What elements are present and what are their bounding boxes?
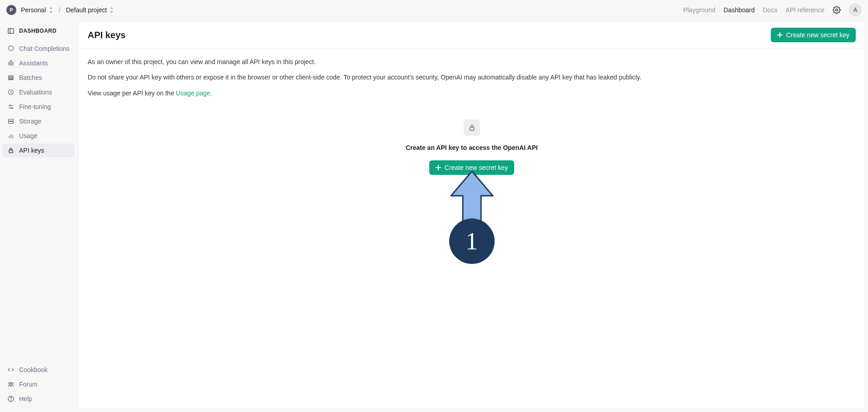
annotation-step-circle: 1 bbox=[449, 218, 495, 264]
sidebar-item-chat-completions[interactable]: Chat Completions bbox=[3, 42, 74, 55]
nav-docs[interactable]: Docs bbox=[763, 6, 777, 14]
database-icon bbox=[7, 118, 15, 125]
svg-point-5 bbox=[10, 63, 10, 64]
sidebar-item-label: API keys bbox=[19, 147, 44, 154]
nav-api-reference[interactable]: API reference bbox=[785, 6, 824, 14]
svg-point-26 bbox=[10, 400, 11, 401]
sidebar-item-label: Assistants bbox=[19, 60, 48, 67]
create-secret-key-button-center[interactable]: Create new secret key bbox=[429, 160, 514, 175]
org-switcher[interactable]: Personal bbox=[21, 6, 53, 14]
svg-rect-11 bbox=[9, 79, 14, 79]
svg-point-8 bbox=[10, 60, 11, 60]
sidebar-item-fine-tuning[interactable]: Fine-tuning bbox=[3, 100, 74, 114]
svg-rect-27 bbox=[470, 127, 474, 130]
empty-state-icon-box bbox=[464, 119, 480, 136]
robot-icon bbox=[7, 60, 15, 67]
sidebar-item-label: Help bbox=[19, 395, 32, 402]
lock-icon bbox=[7, 147, 15, 154]
breadcrumb-separator: / bbox=[59, 6, 60, 14]
create-button-label: Create new secret key bbox=[445, 164, 508, 171]
help-icon bbox=[7, 395, 15, 402]
people-icon bbox=[7, 381, 15, 388]
project-switcher[interactable]: Default project bbox=[66, 6, 114, 14]
sidebar: DASHBOARD Chat Completions Assistants Ba… bbox=[0, 20, 77, 412]
panel-icon bbox=[7, 27, 15, 35]
svg-rect-18 bbox=[9, 122, 14, 124]
sidebar-item-label: Fine-tuning bbox=[19, 103, 51, 110]
plus-icon bbox=[777, 32, 783, 38]
sidebar-item-assistants[interactable]: Assistants bbox=[3, 56, 74, 70]
sidebar-header[interactable]: DASHBOARD bbox=[3, 24, 74, 38]
svg-point-15 bbox=[10, 105, 11, 106]
sidebar-item-help[interactable]: Help bbox=[3, 392, 74, 406]
sidebar-item-label: Evaluations bbox=[19, 89, 52, 96]
sidebar-header-label: DASHBOARD bbox=[19, 28, 56, 34]
sidebar-item-label: Forum bbox=[19, 381, 37, 388]
annotation-step-number: 1 bbox=[466, 223, 478, 259]
nav-playground[interactable]: Playground bbox=[683, 6, 715, 14]
svg-rect-1 bbox=[8, 29, 14, 34]
svg-point-23 bbox=[9, 382, 10, 384]
intro-paragraph-3: View usage per API key on the Usage page… bbox=[88, 89, 856, 98]
target-icon bbox=[7, 89, 15, 96]
nav-dashboard[interactable]: Dashboard bbox=[724, 6, 755, 14]
updown-caret-icon bbox=[109, 7, 114, 13]
sidebar-item-evaluations[interactable]: Evaluations bbox=[3, 85, 74, 99]
main-body: As an owner of this project, you can vie… bbox=[79, 49, 865, 183]
code-icon bbox=[7, 366, 15, 373]
sidebar-item-api-keys[interactable]: API keys bbox=[3, 144, 74, 157]
tutorial-annotation: 1 bbox=[449, 170, 495, 264]
sidebar-item-usage[interactable]: Usage bbox=[3, 129, 74, 143]
bar-chart-icon bbox=[7, 132, 15, 139]
sidebar-nav: Chat Completions Assistants Batches Eval… bbox=[3, 42, 74, 157]
sidebar-item-label: Cookbook bbox=[19, 366, 48, 373]
sidebar-item-cookbook[interactable]: Cookbook bbox=[3, 363, 74, 377]
intro-paragraph-1: As an owner of this project, you can vie… bbox=[88, 57, 856, 66]
sidebar-item-storage[interactable]: Storage bbox=[3, 114, 74, 128]
chat-icon bbox=[7, 45, 15, 52]
create-button-label: Create new secret key bbox=[786, 31, 849, 39]
plus-icon bbox=[436, 165, 441, 170]
svg-point-16 bbox=[11, 107, 13, 109]
sidebar-item-forum[interactable]: Forum bbox=[3, 377, 74, 391]
topnav: Playground Dashboard Docs API reference … bbox=[683, 4, 862, 16]
stack-icon bbox=[7, 74, 15, 81]
gear-icon[interactable] bbox=[833, 6, 841, 14]
sidebar-item-label: Batches bbox=[19, 74, 42, 81]
intro-p3-prefix: View usage per API key on the bbox=[88, 89, 176, 97]
sidebar-item-label: Usage bbox=[19, 132, 37, 139]
org-avatar[interactable]: P bbox=[6, 5, 16, 15]
svg-rect-17 bbox=[9, 119, 14, 121]
svg-rect-10 bbox=[9, 77, 14, 79]
sidebar-item-label: Storage bbox=[19, 118, 41, 125]
svg-rect-9 bbox=[9, 75, 14, 77]
svg-point-24 bbox=[11, 382, 13, 384]
shell: DASHBOARD Chat Completions Assistants Ba… bbox=[0, 20, 868, 412]
sidebar-item-batches[interactable]: Batches bbox=[3, 71, 74, 84]
svg-point-0 bbox=[836, 9, 838, 11]
intro-p3-suffix: . bbox=[210, 89, 212, 97]
topbar: P Personal / Default project Playground … bbox=[0, 0, 868, 20]
usage-page-link[interactable]: Usage page bbox=[176, 89, 210, 97]
breadcrumb: P Personal / Default project bbox=[6, 5, 114, 15]
main-header: API keys Create new secret key bbox=[79, 21, 865, 49]
org-name-label: Personal bbox=[21, 6, 46, 14]
create-secret-key-button[interactable]: Create new secret key bbox=[771, 28, 856, 42]
empty-state: Create an API key to access the OpenAI A… bbox=[88, 119, 856, 175]
sidebar-item-label: Chat Completions bbox=[19, 45, 69, 52]
svg-point-6 bbox=[11, 63, 12, 64]
lock-icon bbox=[468, 124, 476, 132]
user-avatar[interactable]: A bbox=[849, 4, 862, 16]
sliders-icon bbox=[7, 103, 15, 110]
sidebar-footer: Cookbook Forum Help bbox=[3, 363, 74, 406]
arrow-up-icon bbox=[449, 170, 495, 229]
sidebar-spacer bbox=[3, 157, 74, 363]
main-panel: API keys Create new secret key As an own… bbox=[78, 21, 865, 409]
project-name-label: Default project bbox=[66, 6, 107, 14]
intro-paragraph-2: Do not share your API key with others or… bbox=[88, 73, 856, 82]
empty-state-headline: Create an API key to access the OpenAI A… bbox=[406, 143, 538, 152]
updown-caret-icon bbox=[49, 7, 53, 13]
svg-rect-22 bbox=[9, 150, 13, 153]
page-title: API keys bbox=[88, 30, 125, 40]
